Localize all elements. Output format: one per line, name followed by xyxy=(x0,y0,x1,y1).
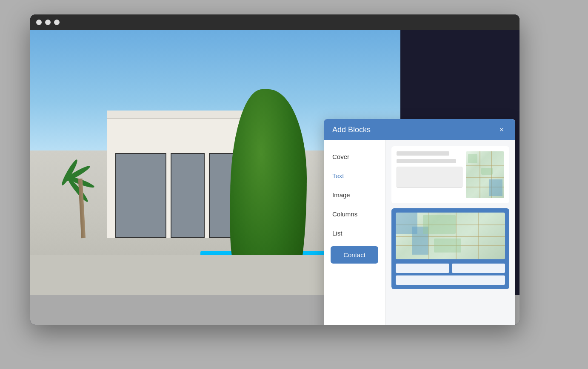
preview-map-1 xyxy=(466,151,504,198)
preview-text-box xyxy=(397,167,462,188)
preview-line-2 xyxy=(397,159,456,163)
contact-field-email[interactable] xyxy=(452,264,505,273)
palm-leaves xyxy=(64,170,103,196)
menu-item-image[interactable]: Image xyxy=(324,185,385,204)
glass-door-1 xyxy=(115,153,166,238)
map-area-1 xyxy=(468,154,478,163)
panel-body: Cover Text Image Columns List Contact xyxy=(324,140,515,325)
preview-line-1 xyxy=(397,151,449,156)
close-button[interactable]: × xyxy=(497,125,507,135)
contact-fields-row-1 xyxy=(396,264,505,273)
map-area-2 xyxy=(481,168,493,175)
big-map-area-1 xyxy=(423,215,456,234)
glass-door-2 xyxy=(171,153,205,238)
scene: Add Blocks × Cover Text Image Columns Li… xyxy=(17,10,571,359)
traffic-light-close[interactable] xyxy=(36,20,42,25)
browser-titlebar xyxy=(30,14,519,30)
map-line-h2 xyxy=(466,177,504,178)
preview-card-text-map-inner xyxy=(392,147,508,202)
palm-tree xyxy=(81,179,86,238)
contact-field-name[interactable] xyxy=(396,264,449,273)
preview-card-text-map[interactable] xyxy=(391,146,509,203)
traffic-light-maximize[interactable] xyxy=(54,20,60,25)
block-preview xyxy=(385,140,515,325)
menu-item-columns[interactable]: Columns xyxy=(324,204,385,224)
add-blocks-panel: Add Blocks × Cover Text Image Columns Li… xyxy=(324,119,515,325)
map-line-v1 xyxy=(480,151,480,198)
block-menu: Cover Text Image Columns List Contact xyxy=(324,140,385,325)
browser-window: Add Blocks × Cover Text Image Columns Li… xyxy=(30,14,519,325)
panel-header: Add Blocks × xyxy=(324,119,515,140)
panel-title: Add Blocks xyxy=(332,125,371,134)
big-map-area-2 xyxy=(434,238,461,253)
map-line-h1 xyxy=(466,165,504,166)
browser-content: Add Blocks × Cover Text Image Columns Li… xyxy=(30,30,519,325)
menu-item-text[interactable]: Text xyxy=(324,166,385,185)
map-water-1 xyxy=(489,179,502,196)
big-map-line-v3 xyxy=(478,213,479,259)
preview-text-lines xyxy=(397,151,462,198)
preview-card-contact[interactable] xyxy=(391,208,509,289)
preview-map-big xyxy=(396,213,505,259)
traffic-light-minimize[interactable] xyxy=(45,20,51,25)
big-map-line-v2 xyxy=(456,213,457,259)
contact-field-message[interactable] xyxy=(396,275,505,285)
menu-item-cover[interactable]: Cover xyxy=(324,147,385,166)
menu-item-list[interactable]: List xyxy=(324,224,385,243)
contact-fields xyxy=(396,264,505,285)
contact-button[interactable]: Contact xyxy=(331,246,378,264)
